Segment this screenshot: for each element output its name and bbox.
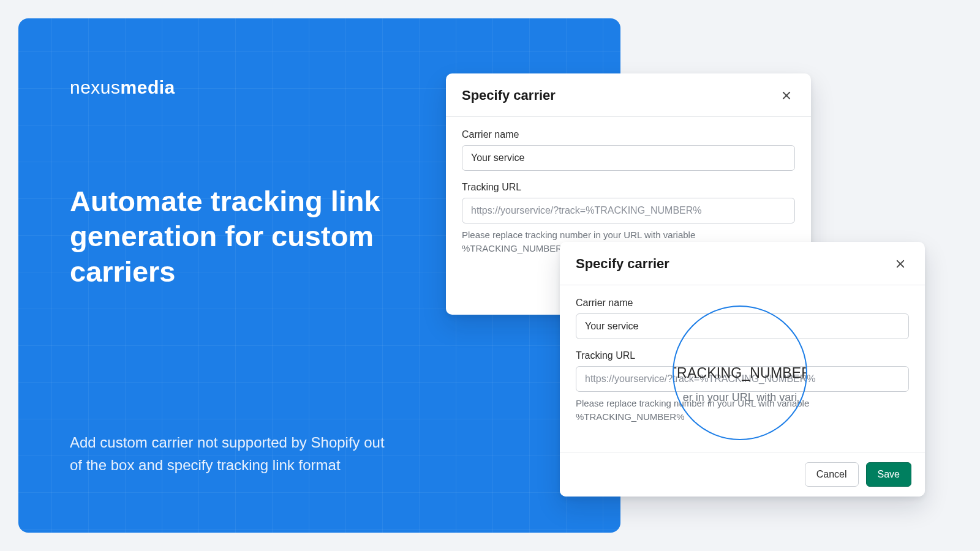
modal-header: Specify carrier — [560, 242, 925, 285]
close-button[interactable] — [778, 87, 795, 104]
tracking-url-label: Tracking URL — [462, 182, 795, 193]
specify-carrier-modal-front: Specify carrier Carrier name Tracking UR… — [560, 242, 925, 497]
carrier-name-field: Carrier name — [462, 129, 795, 171]
carrier-name-input[interactable] — [462, 145, 795, 171]
tracking-url-help: Please replace tracking number in your U… — [576, 397, 909, 424]
modal-body: Carrier name Tracking URL Please replace… — [560, 285, 925, 440]
carrier-name-field: Carrier name — [576, 298, 909, 339]
hero-headline: Automate tracking link generation for cu… — [70, 184, 450, 289]
cancel-button[interactable]: Cancel — [805, 462, 859, 487]
brand-bold: media — [121, 77, 175, 97]
carrier-name-input[interactable] — [576, 313, 909, 339]
modal-title: Specify carrier — [462, 88, 556, 103]
close-button[interactable] — [892, 255, 909, 272]
close-icon — [895, 258, 906, 269]
modal-title: Specify carrier — [576, 256, 669, 272]
close-icon — [781, 90, 792, 101]
tracking-url-input[interactable] — [462, 198, 795, 223]
save-button[interactable]: Save — [866, 462, 911, 487]
tracking-url-field: Tracking URL Please replace tracking num… — [576, 350, 909, 424]
carrier-name-label: Carrier name — [462, 129, 795, 140]
modal-header: Specify carrier — [446, 73, 811, 117]
tracking-url-label: Tracking URL — [576, 350, 909, 361]
tracking-url-input[interactable] — [576, 366, 909, 392]
brand-light: nexus — [70, 77, 121, 97]
carrier-name-label: Carrier name — [576, 298, 909, 309]
modal-footer: Cancel Save — [560, 452, 925, 497]
hero-subcopy: Add custom carrier not supported by Shop… — [70, 431, 388, 476]
